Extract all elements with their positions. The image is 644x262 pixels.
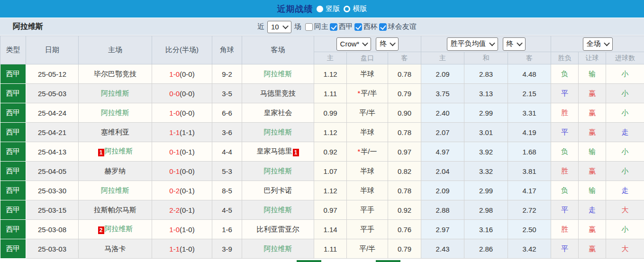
corners-cell: 3-6 xyxy=(212,123,242,142)
handicap-result-cell: 输 xyxy=(579,181,606,200)
team-name-text: 阿拉维斯 xyxy=(101,108,129,117)
league-label: 西甲 xyxy=(6,128,20,136)
odds-home-cell: 1.12 xyxy=(314,181,347,200)
outcome-cell: 平 xyxy=(551,84,579,103)
home-team-cell: 马洛卡 xyxy=(79,239,152,259)
layout-radio-horizontal[interactable]: 横版 xyxy=(344,4,367,13)
sub-header-odds-away: 客 xyxy=(388,52,421,64)
fulltime-score: 1-0 xyxy=(169,70,180,78)
avg-draw-cell: 3.92 xyxy=(464,142,508,162)
league-cell: 西甲 xyxy=(0,64,26,84)
away-team-cell: 阿拉维斯 xyxy=(242,200,314,220)
sub-header-outcome: 胜负 xyxy=(551,52,579,64)
filter-checkbox-球会友谊[interactable] xyxy=(379,23,387,31)
team-name-text: 阿拉维斯 xyxy=(264,70,292,78)
partial-button-sliver[interactable] xyxy=(297,260,321,262)
filter-checkboxes: 同主西甲西杯球会友谊 xyxy=(305,22,417,31)
league-label: 西甲 xyxy=(6,167,20,175)
sub-header-handicap-result: 让球 xyxy=(579,52,606,64)
fulltime-score: 1-0 xyxy=(169,226,180,234)
goals-result-text: 走 xyxy=(622,128,629,136)
home-team-cell: 2阿拉维斯 xyxy=(79,220,152,239)
handicap-cell: 平/半 xyxy=(347,103,388,123)
league-cell: 西甲 xyxy=(0,103,26,123)
goals-result-cell: 走 xyxy=(606,181,644,200)
filter-bar: 阿拉维斯 近 10 场 同主西甲西杯球会友谊 xyxy=(0,18,644,36)
date-cell: 25-04-05 xyxy=(26,162,79,181)
outcome-cell: 胜 xyxy=(551,162,579,181)
league-label: 西甲 xyxy=(6,186,20,194)
avg-home-cell: 2.97 xyxy=(421,220,464,239)
fulltime-score: 0-0 xyxy=(169,90,180,98)
away-team-cell: 比利亚雷亚尔 xyxy=(242,220,314,239)
handicap-result-text: 赢 xyxy=(589,128,596,136)
radio-unselected-icon xyxy=(344,6,350,12)
league-label: 西甲 xyxy=(6,244,20,253)
team-name-text: 阿拉维斯 xyxy=(264,244,292,253)
team-name-text: 马洛卡 xyxy=(105,244,126,253)
layout-radio-vertical-label: 竖版 xyxy=(326,4,340,13)
avg-home-cell: 3.75 xyxy=(421,84,464,103)
chevron-down-icon xyxy=(489,40,495,46)
avg-stage-select[interactable]: 终 xyxy=(503,37,526,51)
team-name-text: 拉斯帕尔马斯 xyxy=(94,206,136,214)
table-row: 西甲25-05-12毕尔巴鄂竞技1-0(0-0)9-2阿拉维斯1.12半球0.7… xyxy=(0,64,644,84)
chevron-down-icon xyxy=(517,40,523,46)
outcome-text: 负 xyxy=(561,186,568,194)
avg-away-cell: 2.72 xyxy=(508,200,551,220)
corners-cell: 4-5 xyxy=(212,200,242,220)
layout-radio-vertical[interactable]: 竖版 xyxy=(317,4,340,13)
team-name-text: 马德里竞技 xyxy=(260,89,296,97)
score-cell: 1-0(0-0) xyxy=(152,103,212,123)
outcome-cell: 负 xyxy=(551,181,579,200)
avg-draw-cell: 3.32 xyxy=(464,162,508,181)
avg-draw-cell: 3.13 xyxy=(464,84,508,103)
handicap-cell: 半球 xyxy=(347,123,388,142)
goals-result-text: 小 xyxy=(622,167,629,175)
odds-away-cell: 0.78 xyxy=(388,181,421,200)
col-header-type: 类型 xyxy=(0,36,26,64)
corners-cell: 3-5 xyxy=(212,84,242,103)
avg-odds-select[interactable]: 胜平负均值 xyxy=(447,37,498,51)
recent-count-value: 10 xyxy=(271,23,279,31)
handicap-result-cell: 赢 xyxy=(579,84,606,103)
period-select[interactable]: 全场 xyxy=(583,37,613,51)
handicap-result-cell: 输 xyxy=(579,142,606,162)
chevron-down-icon xyxy=(390,40,396,46)
halftime-score: (0-1) xyxy=(180,206,195,214)
table-row: 西甲25-04-131阿拉维斯0-1(0-1)4-4皇家马德里10.92*半/一… xyxy=(0,142,644,162)
partial-button-sliver[interactable] xyxy=(376,260,400,262)
date-cell: 25-04-24 xyxy=(26,103,79,123)
score-cell: 0-0(0-0) xyxy=(152,84,212,103)
filter-checkbox-同主[interactable] xyxy=(305,23,313,31)
table-row: 西甲25-04-21塞维利亚1-1(1-1)3-6阿拉维斯1.12半球0.782… xyxy=(0,123,644,142)
score-cell: 0-1(0-0) xyxy=(152,162,212,181)
avg-stage-value: 终 xyxy=(507,39,514,48)
handicap-cell: 平手 xyxy=(347,220,388,239)
odds-source-value: Crow* xyxy=(340,40,360,48)
goals-result-cell: 大 xyxy=(606,200,644,220)
home-team-cell: 赫罗纳 xyxy=(79,162,152,181)
odds-source-select[interactable]: Crow* xyxy=(336,37,372,51)
league-cell: 西甲 xyxy=(0,220,26,239)
fulltime-score: 0-2 xyxy=(169,187,180,195)
changed-odds-star: * xyxy=(357,89,360,97)
filter-checkbox-西甲[interactable] xyxy=(330,23,337,31)
halftime-score: (0-0) xyxy=(180,167,195,175)
goals-result-text: 小 xyxy=(622,225,629,233)
league-label: 西甲 xyxy=(6,206,20,214)
recent-count-select[interactable]: 10 xyxy=(267,21,291,33)
odds-stage-select[interactable]: 终 xyxy=(376,37,399,51)
away-team-cell: 皇家马德里1 xyxy=(242,142,314,162)
odds-home-cell: 1.11 xyxy=(314,84,347,103)
odds-stage-value: 终 xyxy=(380,39,387,48)
avg-home-cell: 2.43 xyxy=(421,239,464,259)
filter-checkbox-西杯[interactable] xyxy=(354,23,362,31)
home-team-cell: 阿拉维斯 xyxy=(79,103,152,123)
avg-home-cell: 4.97 xyxy=(421,142,464,162)
date-cell: 25-05-12 xyxy=(26,64,79,84)
league-cell: 西甲 xyxy=(0,162,26,181)
sub-header-handicap: 盘口 xyxy=(347,52,388,64)
period-header-group: 全场 xyxy=(551,36,644,52)
odds-away-cell: 0.79 xyxy=(388,84,421,103)
